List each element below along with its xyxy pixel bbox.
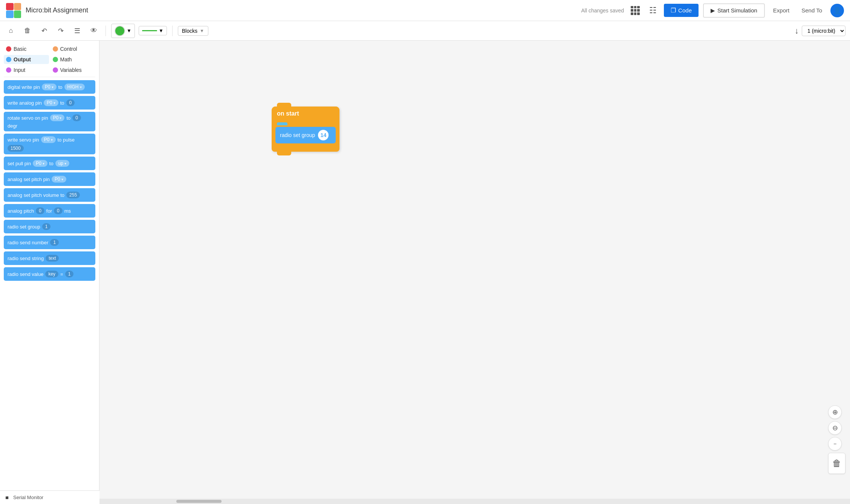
grid-dot <box>634 6 637 9</box>
blocks-selector[interactable]: Blocks ▼ <box>178 26 208 36</box>
block-radio-send-number[interactable]: radio send number 1 <box>4 236 95 249</box>
block-analog-pitch[interactable]: analog pitch 0 for 0 ms <box>4 204 95 218</box>
export-button[interactable]: Export <box>769 5 793 16</box>
block-pill-1c: 1 <box>65 271 74 277</box>
category-input[interactable]: Input <box>4 65 49 75</box>
category-control-label: Control <box>60 46 77 52</box>
block-label: analog set pitch pin <box>8 177 50 182</box>
block-label: digital write pin <box>8 84 40 90</box>
radio-set-group-canvas-block[interactable]: radio set group 14 <box>275 127 336 143</box>
block-radio-send-string[interactable]: radio send string text <box>4 251 95 265</box>
block-label: rotate servo on pin <box>8 115 48 121</box>
avatar[interactable]: 👤 <box>830 4 844 17</box>
output-dot <box>6 57 11 62</box>
blocks-list: digital write pin P0 ▾ to HIGH ▾ write a… <box>0 77 99 504</box>
category-basic-label: Basic <box>14 46 26 52</box>
category-output[interactable]: Output <box>4 55 49 64</box>
send-to-button[interactable]: Send To <box>798 5 826 16</box>
canvas-scrollbar[interactable] <box>99 499 850 504</box>
line-style-picker[interactable]: ▼ <box>139 26 167 35</box>
category-basic[interactable]: Basic <box>4 44 49 53</box>
device-selector[interactable]: 1 (micro:bit) <box>802 26 845 36</box>
blocks-dropdown-arrow: ▼ <box>200 28 204 33</box>
block-label: degr <box>8 123 17 129</box>
control-dot <box>53 46 58 52</box>
grid-dot <box>631 9 633 12</box>
block-label: to <box>49 161 54 166</box>
table-icon[interactable]: ☷ <box>647 4 659 17</box>
block-rotate-servo[interactable]: rotate servo on pin P0 ▾ to 0 degr <box>4 112 95 131</box>
start-simulation-button[interactable]: ▶ Start Simulation <box>703 3 765 18</box>
block-label: analog pitch <box>8 208 34 214</box>
block-radio-set-group[interactable]: radio set group 1 <box>4 220 95 233</box>
logo-cell-2 <box>14 3 21 11</box>
on-start-label: on start <box>277 110 299 117</box>
redo-icon[interactable]: ↷ <box>54 24 67 37</box>
block-label: = <box>60 271 63 277</box>
block-label: to <box>58 84 63 90</box>
block-analog-set-pitch-volume[interactable]: analog set pitch volume to 255 <box>4 188 95 202</box>
block-pill-high: HIGH ▾ <box>64 84 85 90</box>
separator2 <box>172 26 173 36</box>
code-button[interactable]: ❐ Code <box>664 4 699 17</box>
list-icon[interactable]: ☰ <box>71 24 84 37</box>
blocks-label: Blocks <box>182 28 197 34</box>
grid-dot <box>631 6 633 9</box>
block-pill-p0: P0 ▾ <box>42 84 57 90</box>
delete-button[interactable]: 🗑 <box>828 453 845 474</box>
grid-dot <box>637 12 640 15</box>
home-icon[interactable]: ⌂ <box>5 24 17 37</box>
app-title: Micro:bit Assignment <box>26 6 88 14</box>
block-label: analog set pitch volume to <box>8 192 64 198</box>
play-icon: ▶ <box>711 7 715 14</box>
category-control[interactable]: Control <box>50 44 96 53</box>
block-label: to <box>66 115 70 121</box>
block-pill-p0: P0 ▾ <box>44 99 58 106</box>
block-pill-p0: P0 ▾ <box>33 160 47 167</box>
scrollbar-thumb[interactable] <box>176 500 222 503</box>
block-digital-write-pin[interactable]: digital write pin P0 ▾ to HIGH ▾ <box>4 80 95 94</box>
block-pill-0: 0 <box>66 99 75 106</box>
grid-icon[interactable] <box>628 4 642 17</box>
code-icon: ❐ <box>671 7 676 14</box>
block-write-servo-pin[interactable]: write servo pin P0 ▾ to pulse 1500 <box>4 134 95 154</box>
line-dropdown-arrow: ▼ <box>159 28 164 33</box>
separator <box>105 26 106 36</box>
input-dot <box>6 67 11 73</box>
topbar-right: All changes saved ☷ ❐ Code ▶ Start Simul… <box>581 3 844 18</box>
undo-icon[interactable]: ↶ <box>38 24 50 37</box>
category-math[interactable]: Math <box>50 55 96 64</box>
color-picker-green[interactable]: ▼ <box>111 24 135 38</box>
zoom-out-button[interactable]: ⊖ <box>828 421 842 435</box>
block-pill-p0: P0 ▾ <box>52 176 66 183</box>
on-start-block[interactable]: on start radio set group 14 <box>272 103 339 155</box>
serial-monitor-icon: ◾ <box>4 495 10 501</box>
block-write-analog-pin[interactable]: write analog pin P0 ▾ to 0 <box>4 96 95 110</box>
block-pill-0b: 0 <box>54 207 63 214</box>
color-swatch-green <box>115 26 125 36</box>
canvas-controls: ⊕ ⊖ − 🗑 <box>828 405 845 474</box>
canvas-area: on start radio set group 14 <box>99 41 850 504</box>
block-set-pull-pin[interactable]: set pull pin P0 ▾ to up ▾ <box>4 157 95 170</box>
block-label: radio send number <box>8 240 48 245</box>
grid-dot <box>637 6 640 9</box>
color-dropdown-arrow: ▼ <box>127 28 131 33</box>
category-variables[interactable]: Variables <box>50 65 96 75</box>
trash-icon[interactable]: 🗑 <box>21 24 34 37</box>
block-radio-send-value[interactable]: radio send value key = 1 <box>4 267 95 281</box>
on-start-header: on start <box>272 107 339 119</box>
zoom-in-button[interactable]: ⊕ <box>828 405 842 419</box>
zoom-fit-button[interactable]: − <box>828 437 842 451</box>
serial-monitor-label[interactable]: Serial Monitor <box>13 495 43 500</box>
radio-set-group-value[interactable]: 14 <box>318 130 329 140</box>
grid-dot <box>631 12 633 15</box>
on-start-container: on start radio set group 14 <box>272 107 339 152</box>
block-pill-255: 255 <box>66 192 80 198</box>
topbar: Micro:bit Assignment All changes saved ☷… <box>0 0 850 21</box>
eye-icon[interactable]: 👁 <box>87 24 100 37</box>
math-dot <box>53 57 58 62</box>
block-label: to <box>60 100 64 106</box>
download-icon[interactable]: ↓ <box>795 26 799 36</box>
block-analog-set-pitch-pin[interactable]: analog set pitch pin P0 ▾ <box>4 172 95 186</box>
grid-dot <box>634 9 637 12</box>
